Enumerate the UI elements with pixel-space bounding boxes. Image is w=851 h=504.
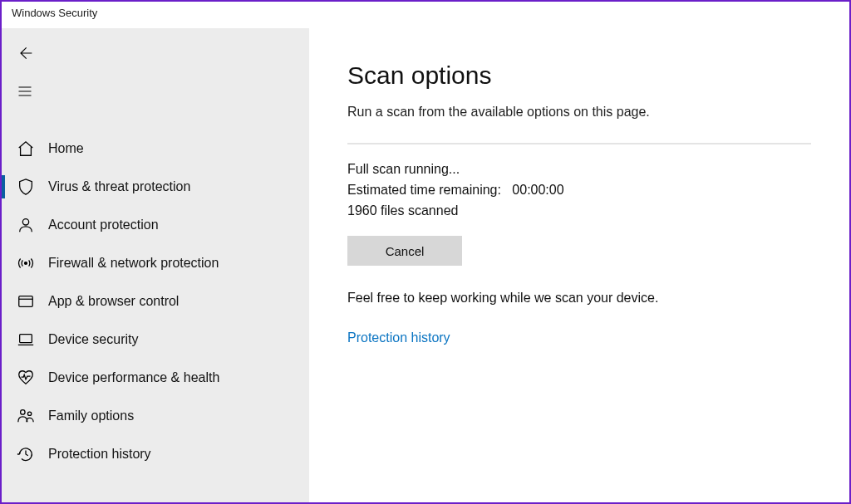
svg-point-1: [25, 262, 27, 265]
family-icon: [17, 407, 35, 425]
eta-value: 00:00:00: [512, 183, 563, 197]
app-window-icon: [17, 292, 35, 311]
shield-icon: [17, 178, 35, 196]
hamburger-button[interactable]: [2, 76, 309, 106]
antenna-icon: [17, 254, 35, 272]
sidebar-item-label: Account protection: [48, 218, 159, 232]
sidebar-item-account[interactable]: Account protection: [2, 206, 309, 244]
sidebar-item-label: Device performance & health: [48, 370, 219, 385]
sidebar-nav: Home Virus & threat protection Account p…: [2, 130, 309, 473]
sidebar-item-label: Virus & threat protection: [48, 179, 190, 194]
page-subtitle: Run a scan from the available options on…: [347, 105, 811, 120]
sidebar-item-label: Home: [48, 141, 84, 156]
sidebar-item-family[interactable]: Family options: [2, 397, 309, 435]
person-icon: [17, 216, 35, 234]
sidebar-item-firewall[interactable]: Firewall & network protection: [2, 244, 309, 282]
sidebar-item-label: Protection history: [48, 447, 151, 462]
home-icon: [17, 139, 35, 158]
sidebar-item-label: Device security: [48, 332, 138, 347]
heart-pulse-icon: [17, 369, 35, 387]
sidebar-item-app-browser[interactable]: App & browser control: [2, 282, 309, 321]
sidebar-item-label: Firewall & network protection: [48, 256, 219, 271]
svg-point-5: [27, 412, 31, 415]
protection-history-link[interactable]: Protection history: [347, 330, 450, 345]
history-icon: [17, 445, 35, 463]
scan-status-running: Full scan running...: [347, 159, 811, 180]
page-title: Scan options: [347, 61, 811, 90]
back-button[interactable]: [2, 38, 309, 68]
sidebar-item-performance[interactable]: Device performance & health: [2, 359, 309, 397]
scan-status-files: 1960 files scanned: [347, 201, 811, 222]
svg-point-4: [21, 410, 25, 415]
main-content: Scan options Run a scan from the availab…: [309, 28, 849, 502]
section-divider: [347, 143, 811, 144]
sidebar-item-label: Family options: [48, 409, 134, 423]
scan-status-eta: Estimated time remaining: 00:00:00: [347, 180, 811, 201]
sidebar-item-device-security[interactable]: Device security: [2, 321, 309, 359]
hamburger-icon: [17, 83, 33, 100]
laptop-icon: [17, 330, 35, 349]
sidebar-item-home[interactable]: Home: [2, 130, 309, 168]
svg-rect-3: [20, 335, 32, 343]
sidebar-item-label: App & browser control: [48, 294, 179, 309]
back-arrow-icon: [17, 45, 33, 61]
sidebar: Home Virus & threat protection Account p…: [2, 28, 309, 502]
sidebar-item-virus-threat[interactable]: Virus & threat protection: [2, 168, 309, 206]
svg-rect-2: [19, 296, 33, 307]
svg-point-0: [22, 219, 28, 225]
eta-label: Estimated time remaining:: [347, 183, 501, 197]
sidebar-item-protection-history[interactable]: Protection history: [2, 435, 309, 473]
scan-hint: Feel free to keep working while we scan …: [347, 291, 811, 306]
window-title: Windows Security: [2, 2, 849, 28]
cancel-button[interactable]: Cancel: [347, 236, 462, 266]
